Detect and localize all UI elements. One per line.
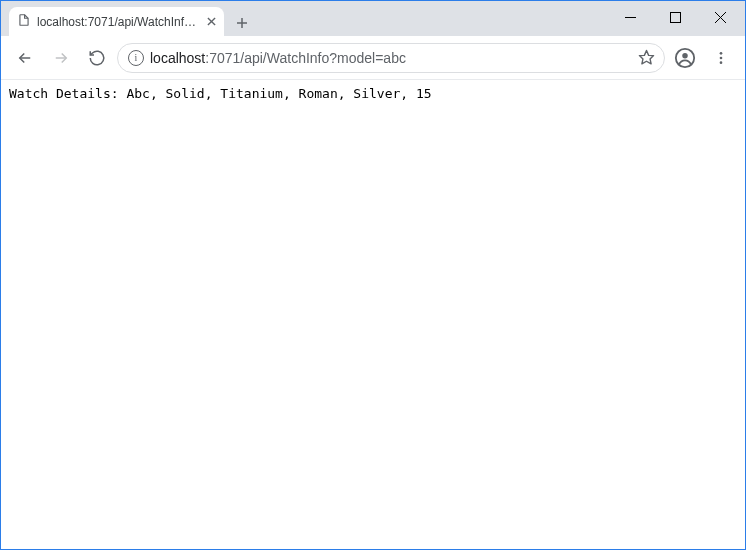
svg-point-13 — [720, 61, 723, 64]
svg-point-11 — [720, 52, 723, 55]
new-tab-button[interactable] — [230, 11, 254, 35]
back-button[interactable] — [9, 42, 41, 74]
page-viewport[interactable]: Watch Details: Abc, Solid, Titanium, Rom… — [1, 80, 745, 549]
browser-tab[interactable]: localhost:7071/api/WatchInfo?model=abc — [9, 7, 224, 36]
forward-button[interactable] — [45, 42, 77, 74]
profile-button[interactable] — [669, 42, 701, 74]
menu-button[interactable] — [705, 42, 737, 74]
tab-strip: localhost:7071/api/WatchInfo?model=abc — [1, 1, 254, 36]
url-text: localhost:7071/api/WatchInfo?model=abc — [150, 50, 626, 66]
reload-button[interactable] — [81, 42, 113, 74]
minimize-button[interactable] — [608, 3, 653, 32]
svg-marker-8 — [639, 50, 653, 63]
url-rest: :7071/api/WatchInfo?model=abc — [205, 50, 406, 66]
svg-point-10 — [682, 52, 688, 58]
bookmark-button[interactable] — [632, 44, 660, 72]
close-window-button[interactable] — [698, 3, 743, 32]
maximize-button[interactable] — [653, 3, 698, 32]
tab-title: localhost:7071/api/WatchInfo?model=abc — [37, 15, 200, 29]
address-bar[interactable]: localhost:7071/api/WatchInfo?model=abc — [117, 43, 665, 73]
file-icon — [17, 13, 31, 31]
title-bar: localhost:7071/api/WatchInfo?model=abc — [1, 1, 745, 36]
close-tab-button[interactable] — [206, 17, 216, 27]
page-body-text: Watch Details: Abc, Solid, Titanium, Rom… — [9, 86, 737, 101]
window-controls — [608, 3, 743, 32]
toolbar: localhost:7071/api/WatchInfo?model=abc — [1, 36, 745, 80]
url-host: localhost — [150, 50, 205, 66]
svg-point-12 — [720, 56, 723, 59]
svg-rect-5 — [671, 13, 681, 23]
site-info-icon[interactable] — [128, 50, 144, 66]
